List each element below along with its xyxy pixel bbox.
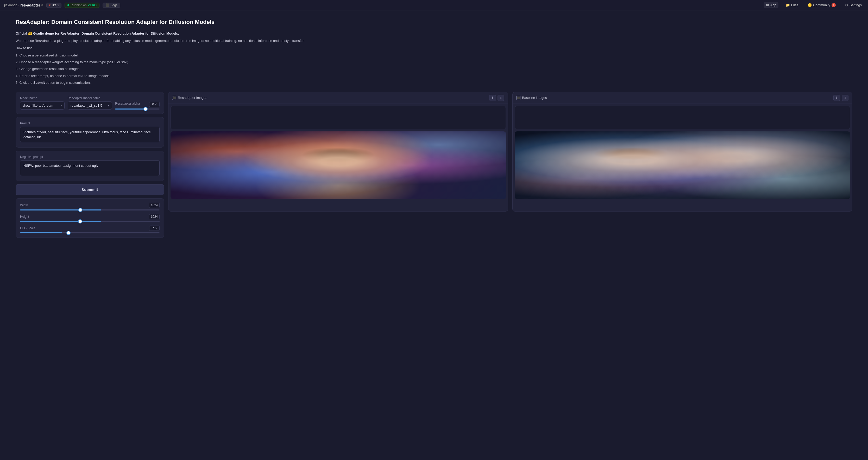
community-badge: 1 — [832, 3, 836, 7]
step-1: 1. Choose a personalized diffusion model… — [16, 53, 852, 58]
resadapter-panel-body — [168, 104, 508, 201]
cfg-group: CFG Scale 7.5 — [20, 226, 160, 233]
cfg-value: 7.5 — [149, 226, 160, 231]
navbar-brand: jiaxiangc / res-adapter ⧉ — [4, 3, 43, 7]
community-label: Community — [813, 3, 830, 7]
model-controls-row: Model name dreamlike-art/dream stable-di… — [20, 96, 160, 109]
zero-text: ZERO — [88, 3, 97, 7]
resadapter-label: ResAapter model name — [68, 96, 112, 100]
submit-button[interactable]: Submmit — [16, 184, 164, 195]
how-to-use-label: How to use: — [16, 45, 852, 51]
baseline-placeholder — [515, 106, 850, 129]
baseline-panel-title: ⬛ Baseline images — [516, 96, 547, 100]
resadapter-share-button[interactable]: ⬆ — [498, 95, 504, 101]
resadapter-placeholder — [170, 106, 506, 129]
username-label: jiaxiangc — [4, 3, 18, 7]
app-label: App — [770, 3, 776, 7]
resadapter-name-group: ResAapter model name resadapter_v2_sd1.5… — [68, 96, 112, 109]
separator: / — [19, 3, 20, 7]
width-slider[interactable] — [20, 209, 160, 210]
resadapter-generated-image — [170, 131, 506, 199]
width-header: Width 1024 — [20, 203, 160, 208]
baseline-download-button[interactable]: ⬇ — [833, 95, 840, 101]
copy-icon[interactable]: ⧉ — [41, 3, 43, 7]
model-name-group: Model name dreamlike-art/dream stable-di… — [20, 96, 65, 109]
running-dot — [67, 4, 69, 6]
negative-prompt-textarea[interactable] — [20, 160, 160, 176]
alpha-slider[interactable] — [115, 108, 160, 109]
alpha-group: Resadapter alpha 0.7 — [115, 102, 160, 109]
heart-icon: ♥ — [49, 3, 51, 7]
cfg-slider[interactable] — [20, 232, 160, 233]
baseline-watercolor-image — [515, 131, 850, 199]
model-name-label: Model name — [20, 96, 65, 100]
description-main: We propose ResAdapter, a plug-and-play r… — [16, 38, 852, 44]
baseline-title-text: Baseline images — [522, 96, 547, 100]
resadapter-actions: ⬇ ⬆ — [489, 95, 504, 101]
resadapter-download-button[interactable]: ⬇ — [489, 95, 496, 101]
negative-prompt-label: Negative prompt — [20, 155, 160, 159]
navbar: jiaxiangc / res-adapter ⧉ ♥ like 2 Runni… — [0, 0, 868, 10]
resadapter-select-wrapper: resadapter_v2_sd1.5 resadapter_v2_sdxl — [68, 101, 112, 109]
prompt-textarea[interactable] — [20, 127, 160, 142]
left-panel: Model name dreamlike-art/dream stable-di… — [16, 92, 164, 238]
baseline-panel-header: ⬛ Baseline images ⬇ ⬆ — [513, 92, 852, 104]
running-badge[interactable]: Running on ZERO — [65, 3, 99, 8]
model-controls-card: Model name dreamlike-art/dream stable-di… — [16, 92, 164, 114]
files-label: Files — [791, 3, 798, 7]
resadapter-panel-header: ⬛ Resadapter images ⬇ ⬆ — [168, 92, 508, 104]
like-label: like — [52, 3, 57, 7]
height-label: Height — [20, 215, 29, 219]
dimension-card: Width 1024 Height 1024 CFG Scale 7.5 — [16, 198, 164, 238]
alpha-header: Resadapter alpha 0.7 — [115, 102, 160, 107]
resadapter-title-text: Resadapter images — [178, 96, 207, 100]
baseline-generated-image — [515, 131, 850, 199]
height-group: Height 1024 — [20, 214, 160, 222]
width-label: Width — [20, 203, 28, 207]
resadapter-select[interactable]: resadapter_v2_sd1.5 resadapter_v2_sdxl — [68, 101, 112, 109]
baseline-actions: ⬇ ⬆ — [833, 95, 848, 101]
settings-icon: ⚙ — [845, 3, 848, 7]
like-count: 2 — [58, 3, 59, 7]
files-icon: 📁 — [786, 3, 790, 7]
baseline-panel: ⬛ Baseline images ⬇ ⬆ — [513, 92, 852, 211]
step-5: 5. Click the Submit button to begin cust… — [16, 80, 852, 86]
resadapter-img-icon: ⬛ — [172, 96, 176, 100]
step-2: 2. Choose a resadapter weights according… — [16, 59, 852, 65]
resadapter-panel-title: ⬛ Resadapter images — [172, 96, 207, 100]
cfg-header: CFG Scale 7.5 — [20, 226, 160, 231]
height-header: Height 1024 — [20, 214, 160, 219]
description-block: Official 🤗 Gradio demo for ResAdapter: D… — [16, 31, 852, 86]
nav-settings[interactable]: ⚙ Settings — [843, 2, 864, 8]
alpha-value: 0.7 — [149, 102, 160, 107]
width-group: Width 1024 — [20, 203, 160, 210]
settings-label: Settings — [849, 3, 862, 7]
prompt-group: Prompt — [20, 122, 160, 143]
baseline-panel-body — [513, 104, 852, 201]
nav-community[interactable]: 🟡 Community 1 — [806, 2, 838, 8]
prompt-card: Prompt — [16, 117, 164, 147]
page-title: ResAdapter: Domain Consistent Resolution… — [16, 19, 852, 26]
step-3: 3. Change generation resolution of image… — [16, 66, 852, 72]
resadapter-watercolor-image — [170, 131, 506, 199]
navbar-right: 🖥 App 📁 Files 🟡 Community 1 ⚙ Settings — [764, 2, 864, 8]
nav-files[interactable]: 📁 Files — [784, 2, 800, 8]
model-name-select[interactable]: dreamlike-art/dream stable-diffusion-v1-… — [20, 101, 65, 109]
negative-prompt-group: Negative prompt — [20, 155, 160, 177]
logs-button[interactable]: ⬛ Logs — [102, 3, 120, 8]
baseline-img-icon: ⬛ — [516, 96, 521, 100]
height-slider[interactable] — [20, 221, 160, 222]
model-name-select-wrapper: dreamlike-art/dream stable-diffusion-v1-… — [20, 101, 65, 109]
description-bold: Official 🤗 Gradio demo for ResAdapter: D… — [16, 31, 179, 35]
community-icon: 🟡 — [808, 3, 812, 7]
logs-label: Logs — [111, 3, 117, 7]
alpha-label: Resadapter alpha — [115, 102, 140, 105]
like-button[interactable]: ♥ like 2 — [46, 3, 61, 8]
terminal-icon: ⬛ — [105, 3, 110, 7]
running-text: Running on — [70, 3, 87, 7]
app-icon: 🖥 — [766, 3, 769, 7]
width-value: 1024 — [149, 203, 160, 208]
cfg-label: CFG Scale — [20, 226, 35, 230]
nav-app[interactable]: 🖥 App — [764, 2, 778, 8]
baseline-share-button[interactable]: ⬆ — [842, 95, 848, 101]
